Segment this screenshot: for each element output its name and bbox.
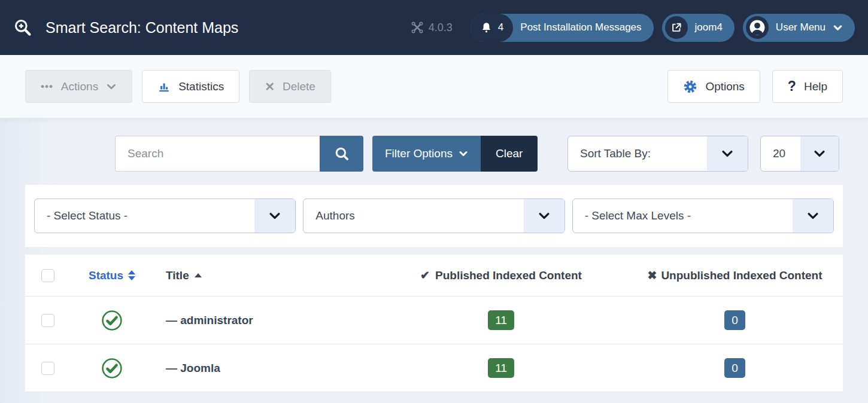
row-status-cell: [70, 310, 154, 331]
app-header: Smart Search: Content Maps 4.0.3: [0, 0, 868, 55]
status-header-label: Status: [89, 269, 123, 282]
published-count-badge[interactable]: 11: [488, 310, 514, 330]
row-title-cell: — administrator: [154, 314, 375, 327]
x-icon: ✕: [265, 80, 275, 94]
actions-button[interactable]: ••• Actions: [25, 70, 132, 103]
row-status-cell: [70, 358, 154, 379]
filter-panel: - Select Status - Authors - Select Max L…: [25, 185, 843, 247]
external-link-icon: [665, 16, 688, 39]
content-map-filter-value: Authors: [304, 199, 523, 233]
row-unpublished-cell: 0: [627, 358, 843, 378]
search-input[interactable]: [115, 136, 320, 172]
bell-icon: [480, 22, 493, 34]
title-column-header[interactable]: Title: [154, 269, 375, 282]
delete-label: Delete: [283, 80, 315, 93]
row-title-cell: — Joomla: [154, 362, 375, 375]
question-mark-icon: ?: [788, 78, 796, 94]
table-row: — administrator 11 0: [25, 297, 843, 344]
chevron-down-icon: [459, 149, 468, 158]
toolbar-right-group: Options ? Help: [667, 70, 843, 103]
row-published-cell: 11: [375, 358, 627, 378]
user-icon: [746, 16, 769, 39]
sort-table-by-value: Sort Table By:: [568, 136, 707, 171]
search-submit-button[interactable]: [320, 136, 363, 172]
unpublished-count-badge[interactable]: 0: [724, 310, 745, 330]
header-checkbox-cell: [25, 269, 70, 282]
row-published-cell: 11: [375, 310, 627, 330]
options-button[interactable]: Options: [667, 70, 760, 103]
row-unpublished-cell: 0: [627, 310, 843, 330]
row-checkbox[interactable]: [41, 362, 54, 375]
published-header-label: Published Indexed Content: [435, 269, 582, 282]
filter-options-button[interactable]: Filter Options: [372, 136, 481, 172]
post-installation-messages-button[interactable]: 4 Post Installation Messages: [471, 14, 654, 42]
chevron-down-icon: [106, 81, 117, 92]
chevron-down-icon: [800, 136, 839, 171]
notification-count: 4: [498, 22, 503, 33]
sort-both-icon: [128, 270, 135, 280]
sort-table-by-select[interactable]: Sort Table By:: [567, 136, 748, 172]
chevron-down-icon: [254, 199, 295, 233]
chevron-down-icon: [524, 199, 564, 233]
search-group: Filter Options Clear: [115, 136, 560, 172]
clear-label: Clear: [496, 147, 523, 160]
max-levels-filter-select[interactable]: - Select Max Levels -: [572, 199, 834, 233]
unpublished-count-badge[interactable]: 0: [724, 358, 745, 378]
content-map-title[interactable]: — Joomla: [166, 362, 220, 375]
main-content: Filter Options Clear Sort Table By: 20: [0, 118, 868, 392]
sort-ascending-icon: [195, 273, 202, 277]
version-number: 4.0.3: [429, 22, 453, 34]
search-toolbar: Filter Options Clear Sort Table By: 20: [115, 136, 843, 172]
unpublished-column-header: ✖ Unpublished Indexed Content: [627, 268, 843, 282]
chevron-down-icon: [793, 199, 833, 233]
site-preview-button[interactable]: joom4: [662, 14, 735, 42]
toolbar: ••• Actions Statistics ✕: [0, 55, 868, 118]
chevron-down-icon: [833, 23, 843, 33]
actions-label: Actions: [61, 80, 98, 93]
filter-options-label: Filter Options: [385, 147, 453, 160]
chevron-down-icon: [707, 136, 748, 171]
notification-count-badge: 4: [471, 14, 513, 42]
published-count-badge[interactable]: 11: [488, 358, 514, 378]
content-map-filter-select[interactable]: Authors: [303, 199, 564, 233]
select-all-checkbox[interactable]: [41, 269, 54, 282]
zoom-in-icon: [13, 18, 32, 37]
title-header-label: Title: [166, 269, 189, 282]
page-size-value: 20: [761, 136, 800, 171]
row-checkbox-cell: [25, 362, 70, 375]
search-icon: [334, 146, 350, 161]
unpublished-header-label: Unpublished Indexed Content: [661, 269, 822, 282]
row-checkbox-cell: [25, 314, 70, 327]
bar-chart-icon: [157, 80, 171, 93]
site-name-label: joom4: [695, 22, 723, 33]
page-title: Smart Search: Content Maps: [45, 19, 238, 36]
ellipsis-icon: •••: [41, 81, 53, 93]
content-map-title[interactable]: — administrator: [166, 314, 253, 327]
clear-button[interactable]: Clear: [481, 136, 538, 172]
help-label: Help: [804, 80, 827, 93]
joomla-logo-icon: [411, 21, 424, 34]
row-checkbox[interactable]: [41, 314, 54, 327]
published-status-icon[interactable]: [101, 310, 123, 331]
help-button[interactable]: ? Help: [772, 70, 843, 103]
table-row: — Joomla 11 0: [25, 344, 843, 392]
gear-icon: [683, 80, 697, 94]
user-menu-button[interactable]: User Menu: [743, 14, 855, 42]
published-column-header: ✔ Published Indexed Content: [375, 268, 627, 282]
status-filter-value: - Select Status -: [35, 199, 254, 233]
status-filter-select[interactable]: - Select Status -: [34, 199, 296, 233]
check-icon: ✔: [420, 268, 430, 282]
max-levels-filter-value: - Select Max Levels -: [573, 199, 793, 233]
joomla-version: 4.0.3: [411, 21, 453, 34]
statistics-label: Statistics: [178, 80, 224, 93]
toolbar-left-group: ••• Actions Statistics ✕: [25, 70, 331, 103]
app: Smart Search: Content Maps 4.0.3: [0, 0, 868, 392]
post-installation-label: Post Installation Messages: [520, 22, 641, 33]
content-maps-table: Status Title ✔ Published Indexed Content…: [25, 255, 843, 392]
status-column-header[interactable]: Status: [70, 269, 154, 282]
delete-button[interactable]: ✕ Delete: [249, 70, 331, 103]
table-header-row: Status Title ✔ Published Indexed Content…: [25, 255, 843, 297]
published-status-icon[interactable]: [101, 358, 123, 379]
statistics-button[interactable]: Statistics: [142, 70, 239, 103]
page-size-select[interactable]: 20: [760, 136, 839, 172]
